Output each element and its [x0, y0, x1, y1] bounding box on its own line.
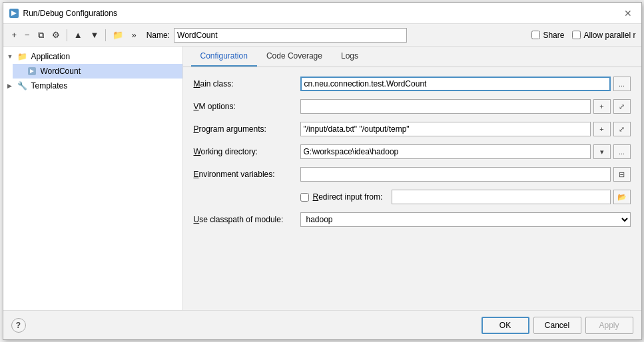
- tab-logs[interactable]: Logs: [332, 47, 368, 67]
- working-dir-input-wrap: ▾ ...: [300, 144, 631, 159]
- tab-configuration[interactable]: Configuration: [191, 47, 257, 67]
- toolbar: + − ⧉ ⚙ ▲ ▼ 📁 » Name: Share Allow parall…: [3, 24, 641, 47]
- redirect-input-checkbox[interactable]: [300, 193, 309, 202]
- move-down-button[interactable]: ▼: [87, 27, 103, 43]
- templates-icon: 🔧: [17, 81, 29, 91]
- vm-options-row: VM options: + ⤢: [194, 99, 631, 114]
- redirect-input-folder-button[interactable]: 📂: [613, 190, 631, 204]
- sidebar-item-wordcount[interactable]: WordCount: [13, 64, 182, 79]
- main-class-label: Main class:: [194, 79, 300, 88]
- vm-options-add-button[interactable]: +: [593, 99, 611, 114]
- sidebar: ▼ 📁 Application WordCount ▶: [3, 47, 183, 310]
- env-vars-input-wrap: ⊟: [300, 167, 631, 182]
- form-area: Main class: ... VM options: + ⤢: [183, 67, 641, 310]
- redirect-input-label: Redirect input from:: [313, 192, 383, 202]
- share-checkbox[interactable]: [531, 31, 540, 39]
- redirect-input-wrap: 📂: [392, 190, 630, 204]
- sidebar-item-templates[interactable]: ▶ 🔧 Templates: [3, 79, 182, 93]
- program-args-add-button[interactable]: +: [593, 122, 611, 136]
- redirect-input-field[interactable]: [392, 190, 610, 204]
- parallel-checkbox-label[interactable]: Allow parallel r: [572, 31, 635, 40]
- title-bar: Run/Debug Configurations ✕: [3, 3, 641, 24]
- add-button[interactable]: +: [9, 27, 21, 43]
- folder-button[interactable]: 📁: [109, 27, 127, 43]
- vm-options-input-wrap: + ⤢: [300, 99, 631, 114]
- program-args-input[interactable]: [300, 122, 591, 136]
- env-vars-row: Environment variables: ⊟: [194, 167, 631, 182]
- name-label: Name:: [147, 31, 170, 40]
- program-args-input-wrap: + ⤢: [300, 122, 631, 136]
- program-args-row: Program arguments: + ⤢: [194, 122, 631, 136]
- templates-label: Templates: [31, 81, 68, 90]
- remove-button[interactable]: −: [21, 27, 33, 43]
- right-panel: Configuration Code Coverage Logs Main cl…: [183, 47, 641, 310]
- classpath-select[interactable]: hadoop: [300, 212, 631, 227]
- more-button[interactable]: »: [128, 27, 139, 43]
- working-dir-browse-button[interactable]: ...: [613, 144, 631, 159]
- main-class-row: Main class: ...: [194, 77, 631, 91]
- tabs: Configuration Code Coverage Logs: [183, 47, 641, 67]
- env-vars-edit-button[interactable]: ⊟: [613, 167, 631, 182]
- wordcount-label: WordCount: [41, 67, 81, 76]
- working-dir-input[interactable]: [300, 144, 591, 159]
- working-dir-dropdown-button[interactable]: ▾: [593, 144, 611, 159]
- name-input[interactable]: [174, 28, 407, 43]
- help-button[interactable]: ?: [11, 318, 26, 333]
- main-class-browse-button[interactable]: ...: [613, 77, 631, 91]
- footer: ? OK Cancel Apply: [3, 310, 641, 339]
- toolbar-separator-1: [67, 29, 67, 41]
- sidebar-item-application[interactable]: ▼ 📁 Application: [3, 49, 182, 64]
- working-dir-label: Working directory:: [194, 147, 300, 156]
- name-field: Name:: [147, 28, 407, 43]
- classpath-label: Use classpath of module:: [194, 215, 300, 224]
- dialog-icon: [9, 8, 19, 19]
- application-arrow: ▼: [7, 53, 17, 60]
- toolbar-separator-2: [105, 29, 106, 41]
- vm-options-label: VM options:: [194, 102, 300, 111]
- parallel-checkbox[interactable]: [572, 31, 581, 39]
- redirect-input-row: Redirect input from: 📂: [194, 190, 631, 204]
- application-folder-icon: 📁: [17, 51, 29, 62]
- share-checkbox-label[interactable]: Share: [531, 31, 564, 40]
- cancel-button[interactable]: Cancel: [533, 317, 581, 334]
- main-content: ▼ 📁 Application WordCount ▶: [3, 47, 641, 310]
- templates-arrow: ▶: [7, 83, 17, 89]
- main-class-input[interactable]: [300, 77, 611, 91]
- apply-button[interactable]: Apply: [585, 317, 633, 334]
- classpath-row: Use classpath of module: hadoop: [194, 212, 631, 227]
- share-area: Share Allow parallel r: [531, 31, 635, 40]
- program-args-expand-button[interactable]: ⤢: [613, 122, 631, 136]
- dialog-title: Run/Debug Configurations: [23, 9, 620, 18]
- vm-options-input[interactable]: [300, 99, 591, 114]
- application-children: WordCount: [3, 64, 182, 79]
- main-class-input-wrap: ...: [300, 77, 631, 91]
- classpath-select-wrap: hadoop: [300, 212, 631, 227]
- application-label: Application: [31, 52, 71, 61]
- env-vars-label: Environment variables:: [194, 170, 300, 179]
- footer-left: ?: [11, 318, 26, 333]
- wordcount-icon: [26, 66, 38, 77]
- env-vars-input[interactable]: [300, 167, 611, 182]
- copy-button[interactable]: ⧉: [35, 27, 47, 43]
- close-button[interactable]: ✕: [620, 7, 636, 20]
- tab-code-coverage[interactable]: Code Coverage: [257, 47, 332, 67]
- run-debug-dialog: Run/Debug Configurations ✕ + − ⧉ ⚙ ▲ ▼ 📁…: [3, 2, 642, 340]
- move-up-button[interactable]: ▲: [71, 27, 86, 43]
- program-args-label: Program arguments:: [194, 124, 300, 134]
- vm-options-expand-button[interactable]: ⤢: [613, 99, 631, 114]
- settings-button[interactable]: ⚙: [49, 27, 63, 43]
- working-dir-row: Working directory: ▾ ...: [194, 144, 631, 159]
- ok-button[interactable]: OK: [482, 317, 529, 334]
